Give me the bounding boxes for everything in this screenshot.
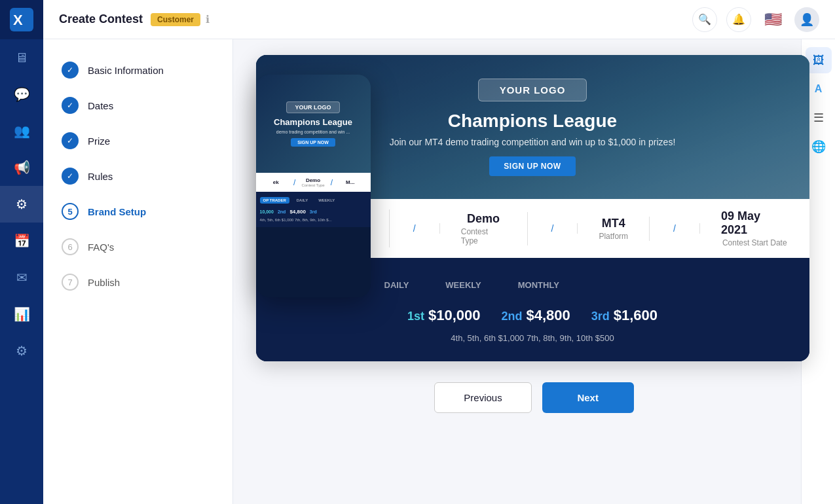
settings-active-icon[interactable]: ⚙ [0,186,43,223]
sidebar: ✓ Basic Information ✓ Dates ✓ Prize ✓ Ru… [43,39,233,504]
action-buttons: Previous Next [434,382,633,413]
mobile-prizes: OP TRADER DAILY WEEKLY 10,000 2nd $4,800… [256,192,371,227]
prize-3rd: 3rd $1,600 [591,307,658,324]
desktop-prize-main-row: 1st $10,000 2nd $4,800 3rd $1,600 [282,307,783,324]
step-prize[interactable]: ✓ Prize [43,123,232,158]
step-1-icon: ✓ [62,62,79,79]
nav-bar: X 🖥 💬 👥 📢 ⚙ 📅 ✉ 📊 ⚙ [0,0,43,504]
mobile-tab-daily[interactable]: DAILY [293,197,311,204]
previous-button[interactable]: Previous [434,382,531,413]
step-7-icon: 7 [62,274,79,291]
logo-icon[interactable]: X [0,0,43,39]
desktop-title: Champions League [448,111,617,132]
mobile-tab-top-trader[interactable]: OP TRADER [260,197,289,204]
svg-text:X: X [13,12,23,28]
users-icon[interactable]: 👥 [0,113,43,149]
desktop-stat-platform: MT4 Platform [578,217,650,241]
tab-daily[interactable]: DAILY [374,276,420,294]
list-panel-icon[interactable]: ☰ [806,105,832,131]
step-faqs[interactable]: 6 FAQ's [43,229,232,264]
step-publish[interactable]: 7 Publish [43,264,232,300]
step-basic-information[interactable]: ✓ Basic Information [43,52,232,88]
step-2-icon: ✓ [62,97,79,114]
step-5-icon: 5 [62,203,79,220]
desktop-stat-type: Demo Contest Type [440,212,528,245]
mobile-signup-btn: SIGN UP NOW [291,138,335,147]
mobile-preview: YOUR LOGO Champions League demo trading … [256,75,371,297]
step-4-icon: ✓ [62,168,79,185]
step-rules[interactable]: ✓ Rules [43,158,232,194]
step-3-label: Prize [88,135,110,147]
desktop-stat-type-val: / [390,223,440,234]
header-actions: 🔍 🔔 🇺🇸 👤 [692,7,819,32]
prize-2nd: 2nd $4,800 [501,307,570,324]
preview-container: YOUR LOGO Champions League demo trading … [256,55,813,361]
mobile-stat-week: ek [259,179,293,185]
step-3-icon: ✓ [62,132,79,149]
mobile-prize-extra: 4th, 5th, 6th $1,000 7th, 8th, 9th, 10th… [260,218,367,222]
desktop-prize-extra: 4th, 5th, 6th $1,000 7th, 8th, 9th, 10th… [282,333,783,343]
globe-panel-icon[interactable]: 🌐 [806,134,832,160]
mobile-prize-tabs: OP TRADER DAILY WEEKLY [260,197,367,204]
calendar-icon[interactable]: 📅 [0,223,43,259]
mobile-logo: YOUR LOGO [286,101,339,113]
mobile-hero: YOUR LOGO Champions League demo trading … [256,75,371,173]
megaphone-icon[interactable]: 📢 [0,149,43,186]
mobile-subtitle: demo trading competition and win ... [272,130,354,134]
mobile-tab-weekly[interactable]: WEEKLY [315,197,338,204]
step-5-label: Brand Setup [88,206,146,217]
mobile-prize-row-1: 10,000 2nd $4,800 3rd [260,209,367,215]
header: Create Contest Customer ℹ 🔍 🔔 🇺🇸 👤 [43,0,835,39]
info-icon[interactable]: ℹ [206,13,210,26]
main-content: YOUR LOGO Champions League demo trading … [233,39,835,504]
text-panel-icon[interactable]: A [806,76,832,102]
chat-icon[interactable]: 💬 [0,76,43,113]
step-brand-setup[interactable]: 5 Brand Setup [43,194,232,229]
desktop-subtitle: Join our MT4 demo trading competition an… [390,137,676,147]
tab-weekly[interactable]: WEEKLY [435,276,491,294]
language-selector[interactable]: 🇺🇸 [760,7,785,32]
search-button[interactable]: 🔍 [692,7,717,32]
step-dates[interactable]: ✓ Dates [43,88,232,123]
step-2-label: Dates [88,100,113,111]
step-1-label: Basic Information [88,65,164,76]
image-panel-icon[interactable]: 🖼 [806,47,832,73]
step-6-icon: 6 [62,238,79,255]
mobile-stat-extra: M... [333,179,367,185]
next-button[interactable]: Next [542,382,634,413]
prize-1st: 1st $10,000 [407,307,481,324]
tab-monthly[interactable]: MONTHLY [508,276,570,294]
desktop-logo: YOUR LOGO [478,79,587,101]
page-title: Create Contest [59,12,143,26]
step-7-label: Publish [88,277,120,288]
mobile-title: Champions League [274,117,352,127]
mobile-stats: ek / Demo Contest Type / M... [256,173,371,192]
desktop-stat-start: 09 May 2021 Contest Start Date [700,209,809,247]
notifications-button[interactable]: 🔔 [726,7,751,32]
chart-icon[interactable]: 📊 [0,296,43,333]
mobile-stat-type: Demo Contest Type [295,177,330,187]
user-avatar-button[interactable]: 👤 [794,7,819,32]
customer-badge: Customer [151,13,200,26]
step-4-label: Rules [88,171,113,182]
monitor-icon[interactable]: 🖥 [0,39,43,76]
gear-icon[interactable]: ⚙ [0,333,43,369]
mail-icon[interactable]: ✉ [0,259,43,296]
step-6-label: FAQ's [88,242,114,253]
desktop-signup-btn[interactable]: SIGN UP NOW [489,156,575,176]
